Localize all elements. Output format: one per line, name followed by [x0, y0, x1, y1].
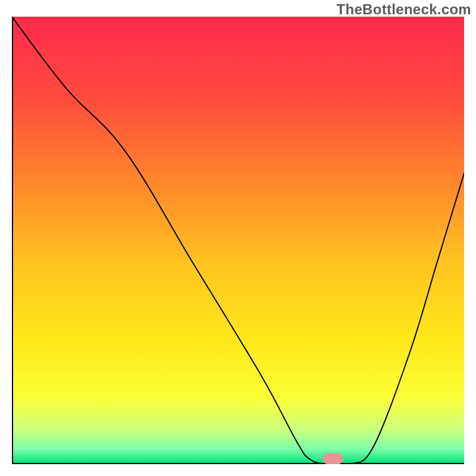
bottleneck-chart: TheBottleneck.com	[0, 0, 476, 476]
gradient-background	[12, 17, 464, 464]
watermark-text: TheBottleneck.com	[337, 1, 471, 18]
chart-svg	[12, 17, 464, 464]
optimal-point-marker	[323, 453, 343, 464]
plot-area	[12, 17, 464, 464]
